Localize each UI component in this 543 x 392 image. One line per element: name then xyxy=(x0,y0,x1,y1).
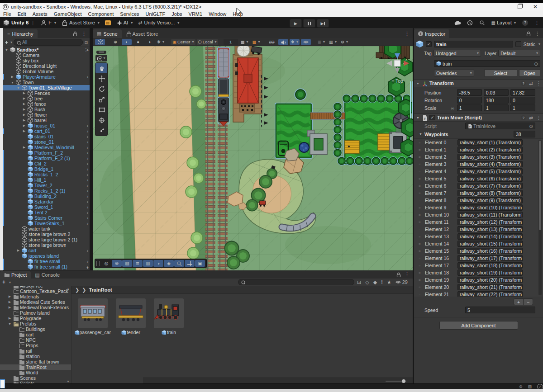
hierarchy-item[interactable]: stone large brown xyxy=(3,242,90,248)
expander-icon[interactable]: ▼ xyxy=(16,86,20,90)
warnings-icon[interactable]: ! xyxy=(381,279,383,285)
lighting-overlay-icon[interactable]: ◑ xyxy=(153,260,163,267)
waypoint-object-field[interactable]: railway_short (15) (Transform)⊙ xyxy=(457,241,523,247)
grid-overlay-icon[interactable]: ⊕ xyxy=(112,260,122,267)
toolbar-menu-icon[interactable]: ⋮ xyxy=(534,20,539,26)
drag-handle-icon[interactable]: = xyxy=(419,293,425,297)
tag-dropdown[interactable]: Untagged▾ xyxy=(433,50,481,57)
project-folder-item[interactable]: ▶MedievalTownExteriors xyxy=(0,305,71,310)
thumbnail-size-slider[interactable] xyxy=(386,381,406,382)
prefab-open-arrow[interactable]: › xyxy=(87,172,90,177)
space-dropdown[interactable]: ⬡Local▾ xyxy=(197,39,218,45)
waypoint-row[interactable]: =Element 13railway_short (14) (Transform… xyxy=(414,233,543,240)
hierarchy-item[interactable]: ▶cart_01› xyxy=(3,128,90,134)
prefab-field[interactable]: train ⊙ xyxy=(434,60,540,67)
search-by-label-icon[interactable]: ◇ xyxy=(365,279,369,285)
transform-header[interactable]: ▼ Transform ?⇄⋮ xyxy=(414,79,543,87)
version-control-dropdown[interactable]: ⇄ Unity Versio...▾ xyxy=(135,20,182,26)
project-folder-item[interactable]: rail xyxy=(0,348,71,354)
hierarchy-item[interactable]: stone_01› xyxy=(3,139,90,145)
expander-icon[interactable]: ▶ xyxy=(8,306,12,309)
expander-icon[interactable]: ▶ xyxy=(8,316,12,320)
visibility-icon[interactable] xyxy=(301,39,311,45)
expander-icon[interactable]: ▶ xyxy=(22,108,26,111)
waypoint-object-field[interactable]: railway_short (8) (Transform)⊙ xyxy=(457,190,523,196)
object-picker-icon[interactable]: ⊙ xyxy=(522,162,523,166)
close-button[interactable]: ✕ xyxy=(528,3,543,10)
create-object-button[interactable]: + xyxy=(5,39,8,46)
waypoint-row[interactable]: =Element 17railway_short (18) (Transform… xyxy=(414,262,543,269)
waypoint-row[interactable]: =Element 20railway_short (21) (Transform… xyxy=(414,283,543,291)
collab-icon[interactable]: ▧ xyxy=(528,384,532,389)
waypoints-scrollbar[interactable] xyxy=(538,140,542,295)
scroll-down-icon[interactable]: ▼ xyxy=(67,380,70,383)
expander-icon[interactable]: ▶ xyxy=(22,91,26,95)
menu-item-assets[interactable]: Assets xyxy=(29,11,51,17)
waypoint-row[interactable]: =Element 12railway_short (13) (Transform… xyxy=(414,226,543,233)
breadcrumb-chevron-icon[interactable]: ❯ xyxy=(75,287,79,293)
waypoint-row[interactable]: =Element 3railway_short (4) (Transform)⊙ xyxy=(414,161,543,168)
gizmo-view-label[interactable]: ≡ Top xyxy=(382,78,412,84)
object-picker-icon[interactable]: ⊙ xyxy=(522,147,523,152)
project-menu-icon[interactable]: ⋮ xyxy=(405,271,410,277)
hierarchy-item[interactable]: ▼Town01_StartVillage xyxy=(3,85,90,90)
project-folder-item[interactable]: Palmov Island xyxy=(0,310,71,316)
waypoint-row[interactable]: =Element 14railway_short (15) (Transform… xyxy=(414,240,543,247)
hierarchy-item[interactable]: Directional Light xyxy=(3,63,90,69)
prefab-open-arrow[interactable]: › xyxy=(87,140,90,145)
help-icon[interactable]: ? xyxy=(521,81,526,86)
picker-icon[interactable]: ⊡ xyxy=(84,40,88,45)
expander-icon[interactable]: ▶ xyxy=(8,295,12,298)
hierarchy-item[interactable]: Camera xyxy=(3,52,90,58)
prefab-open-arrow[interactable]: › xyxy=(87,221,90,226)
help-icon[interactable]: ? xyxy=(522,20,528,26)
restore-button[interactable] xyxy=(512,3,528,10)
scene-viewport[interactable]: ▾ x xyxy=(93,46,413,270)
waypoint-row[interactable]: =Element 10railway_short (11) (Transform… xyxy=(414,211,543,218)
scale-y-field[interactable]: 1 xyxy=(484,104,509,111)
prefab-open-arrow[interactable]: › xyxy=(87,189,90,194)
expander-icon[interactable]: ▶ xyxy=(22,102,26,106)
hierarchy-item[interactable]: fir tree small (3)› xyxy=(3,269,90,270)
breadcrumb-chevron-icon[interactable]: ❯ xyxy=(82,287,86,293)
asset-store-dropdown[interactable]: Asset Store▾ xyxy=(59,20,102,26)
breadcrumb-current[interactable]: TrainRoot xyxy=(89,287,112,293)
drag-handle-icon[interactable]: = xyxy=(419,162,425,166)
hierarchy-item[interactable]: TowerStairs_1› xyxy=(3,221,90,226)
expander-icon[interactable]: ▶ xyxy=(16,249,20,252)
drag-handle-icon[interactable]: = xyxy=(419,141,425,145)
project-folder-item[interactable]: stone flat brown xyxy=(0,359,71,364)
play-button[interactable]: ▶ xyxy=(290,19,302,28)
menu-item-component[interactable]: Component xyxy=(85,11,117,17)
speed-field[interactable]: 5 xyxy=(465,307,535,313)
tab-asset-store[interactable]: Asset Store xyxy=(122,29,162,38)
object-picker-icon[interactable]: ⊙ xyxy=(522,191,523,195)
scale-x-field[interactable]: 1 xyxy=(457,104,482,111)
mute-notifications-icon[interactable]: ⊘ xyxy=(519,384,523,389)
shading-unlit-icon[interactable]: ● xyxy=(133,39,143,45)
prefab-open-arrow[interactable]: › xyxy=(87,210,90,215)
rotation-x-field[interactable]: 0 xyxy=(457,97,482,104)
overlay-drag-handle[interactable] xyxy=(96,51,106,54)
measure-overlay-icon[interactable]: ▧ xyxy=(122,260,132,267)
waypoint-object-field[interactable]: railway_short (7) (Transform)⊙ xyxy=(457,183,523,189)
position-z-field[interactable]: 17.82 xyxy=(510,89,535,96)
prefab-open-arrow[interactable]: › xyxy=(87,199,90,204)
open-button[interactable]: Open xyxy=(519,69,540,77)
transform-tool-icon[interactable] xyxy=(95,115,107,125)
scale-tool-icon[interactable] xyxy=(95,94,107,104)
shading-overdraw-icon[interactable]: ◑ xyxy=(144,39,154,45)
cloud-icon[interactable] xyxy=(454,20,461,26)
help-icon[interactable]: ? xyxy=(521,115,526,120)
hierarchy-item[interactable]: ▼Sandbox*⋮ xyxy=(3,47,90,52)
hierarchy-item[interactable]: ▶cart› xyxy=(3,248,90,253)
menu-item-edit[interactable]: Edit xyxy=(14,11,29,17)
drag-handle-icon[interactable]: = xyxy=(419,184,425,188)
component-enabled-checkbox[interactable]: ✓ xyxy=(429,115,435,120)
object-name-field[interactable]: train xyxy=(434,41,513,47)
move-overlay-icon[interactable] xyxy=(185,260,195,267)
waypoint-object-field[interactable]: railway_short (4) (Transform)⊙ xyxy=(457,161,523,167)
static-dropdown-icon[interactable]: ▾ xyxy=(538,42,540,46)
gizmos-dropdown-icon[interactable]: ⊛▾ xyxy=(339,39,349,45)
particles-overlay-icon[interactable]: ◈ xyxy=(164,260,174,267)
